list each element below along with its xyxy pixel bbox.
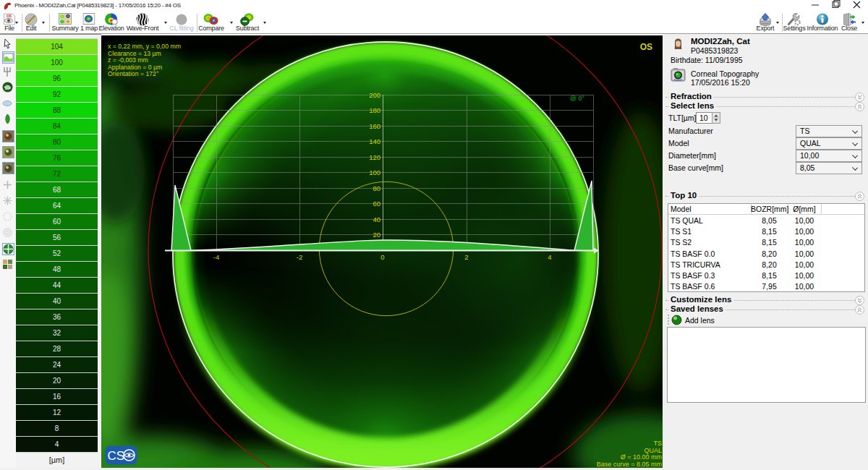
- svg-text:x = 0,22 mm, y = 0,00 mm: x = 0,22 mm, y = 0,00 mm: [108, 43, 181, 50]
- svg-text:2: 2: [464, 253, 468, 261]
- svg-text:40: 40: [373, 215, 380, 223]
- svg-text:140: 140: [369, 137, 380, 145]
- svg-text:100: 100: [369, 168, 380, 176]
- svg-text:-4: -4: [213, 253, 219, 261]
- svg-text:60: 60: [373, 200, 380, 208]
- svg-text:Applanation = 0 µm: Applanation = 0 µm: [108, 64, 162, 71]
- svg-text:@ 0°: @ 0°: [570, 95, 585, 102]
- svg-text:OS: OS: [7, 14, 12, 18]
- svg-text:0: 0: [380, 253, 384, 261]
- svg-text:...: ...: [113, 20, 116, 25]
- svg-text:Base curve = 8.05 mm: Base curve = 8.05 mm: [597, 461, 662, 468]
- svg-text:-2: -2: [297, 253, 302, 261]
- svg-text:120: 120: [369, 153, 380, 161]
- svg-text:160: 160: [369, 122, 380, 130]
- svg-text:4: 4: [548, 253, 551, 261]
- svg-text:QUAL: QUAL: [644, 447, 662, 454]
- svg-text:Clearance = 13 µm: Clearance = 13 µm: [108, 50, 161, 57]
- svg-text:Ø = 10.00 mm: Ø = 10.00 mm: [621, 453, 662, 461]
- svg-text:CS: CS: [108, 449, 125, 463]
- svg-text:OS: OS: [640, 42, 652, 52]
- svg-text:180: 180: [369, 106, 380, 114]
- svg-text:Orientation = 172°: Orientation = 172°: [108, 70, 158, 77]
- svg-text:80: 80: [373, 184, 380, 192]
- svg-text:z = -0,003 mm: z = -0,003 mm: [108, 56, 148, 64]
- svg-text:TS: TS: [653, 440, 662, 447]
- svg-text:20: 20: [373, 231, 380, 239]
- svg-text:200: 200: [369, 91, 380, 99]
